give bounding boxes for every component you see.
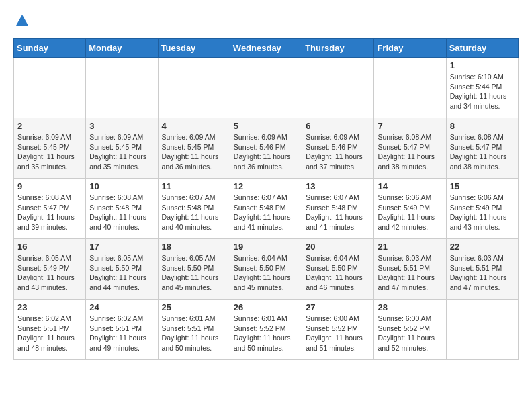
day-number: 5 — [234, 121, 298, 131]
day-info: Sunrise: 6:02 AM Sunset: 5:51 PM Dayligh… — [17, 314, 82, 353]
calendar-cell — [230, 58, 302, 118]
day-number: 23 — [17, 302, 82, 312]
day-info: Sunrise: 6:08 AM Sunset: 5:47 PM Dayligh… — [378, 132, 442, 172]
day-info: Sunrise: 6:06 AM Sunset: 5:49 PM Dayligh… — [450, 193, 515, 232]
day-info: Sunrise: 6:07 AM Sunset: 5:48 PM Dayligh… — [306, 193, 370, 232]
day-number: 12 — [234, 181, 298, 191]
day-info: Sunrise: 6:07 AM Sunset: 5:48 PM Dayligh… — [234, 193, 298, 232]
calendar-cell: 10Sunrise: 6:08 AM Sunset: 5:48 PM Dayli… — [86, 179, 158, 239]
day-number: 8 — [450, 121, 515, 131]
calendar-cell: 1Sunrise: 6:10 AM Sunset: 5:44 PM Daylig… — [446, 58, 518, 118]
day-number: 28 — [378, 302, 442, 312]
calendar-cell: 26Sunrise: 6:01 AM Sunset: 5:52 PM Dayli… — [230, 300, 302, 360]
day-number: 15 — [450, 181, 515, 191]
calendar-cell: 5Sunrise: 6:09 AM Sunset: 5:46 PM Daylig… — [230, 118, 302, 179]
day-number: 16 — [17, 242, 82, 252]
day-info: Sunrise: 6:05 AM Sunset: 5:50 PM Dayligh… — [162, 253, 226, 293]
day-info: Sunrise: 6:09 AM Sunset: 5:45 PM Dayligh… — [89, 132, 154, 172]
day-number: 20 — [306, 242, 370, 252]
calendar-cell: 13Sunrise: 6:07 AM Sunset: 5:48 PM Dayli… — [302, 179, 374, 239]
day-number: 13 — [306, 181, 370, 191]
day-number: 24 — [89, 302, 154, 312]
day-info: Sunrise: 6:04 AM Sunset: 5:50 PM Dayligh… — [234, 253, 298, 293]
calendar-cell: 14Sunrise: 6:06 AM Sunset: 5:49 PM Dayli… — [374, 179, 446, 239]
calendar-week-row: 9Sunrise: 6:08 AM Sunset: 5:47 PM Daylig… — [14, 179, 519, 239]
calendar-cell: 27Sunrise: 6:00 AM Sunset: 5:52 PM Dayli… — [302, 300, 374, 360]
calendar-cell — [86, 58, 158, 118]
calendar-day-header: Friday — [374, 39, 446, 58]
calendar-cell: 12Sunrise: 6:07 AM Sunset: 5:48 PM Dayli… — [230, 179, 302, 239]
day-number: 1 — [450, 60, 515, 71]
day-number: 17 — [89, 242, 154, 252]
day-info: Sunrise: 6:06 AM Sunset: 5:49 PM Dayligh… — [378, 193, 442, 232]
calendar-header-row: SundayMondayTuesdayWednesdayThursdayFrid… — [14, 39, 519, 58]
day-number: 18 — [162, 242, 226, 252]
day-info: Sunrise: 6:10 AM Sunset: 5:44 PM Dayligh… — [450, 72, 515, 111]
calendar-cell: 6Sunrise: 6:09 AM Sunset: 5:46 PM Daylig… — [302, 118, 374, 179]
day-number: 3 — [89, 121, 154, 131]
page-header — [13, 13, 519, 32]
day-number: 2 — [17, 121, 82, 131]
calendar-day-header: Monday — [86, 39, 158, 58]
calendar-cell: 8Sunrise: 6:08 AM Sunset: 5:47 PM Daylig… — [446, 118, 518, 179]
day-number: 6 — [306, 121, 370, 131]
day-info: Sunrise: 6:09 AM Sunset: 5:45 PM Dayligh… — [17, 132, 82, 172]
day-info: Sunrise: 6:00 AM Sunset: 5:52 PM Dayligh… — [378, 314, 442, 353]
day-info: Sunrise: 6:08 AM Sunset: 5:47 PM Dayligh… — [450, 132, 515, 172]
calendar-day-header: Thursday — [302, 39, 374, 58]
calendar-cell: 15Sunrise: 6:06 AM Sunset: 5:49 PM Dayli… — [446, 179, 518, 239]
calendar-cell — [374, 58, 446, 118]
calendar-cell: 21Sunrise: 6:03 AM Sunset: 5:51 PM Dayli… — [374, 239, 446, 300]
svg-marker-0 — [16, 15, 28, 26]
calendar-cell: 3Sunrise: 6:09 AM Sunset: 5:45 PM Daylig… — [86, 118, 158, 179]
day-number: 10 — [89, 181, 154, 191]
calendar-cell: 11Sunrise: 6:07 AM Sunset: 5:48 PM Dayli… — [158, 179, 230, 239]
day-number: 27 — [306, 302, 370, 312]
calendar-cell: 16Sunrise: 6:05 AM Sunset: 5:49 PM Dayli… — [14, 239, 86, 300]
calendar-cell: 23Sunrise: 6:02 AM Sunset: 5:51 PM Dayli… — [14, 300, 86, 360]
calendar-cell: 20Sunrise: 6:04 AM Sunset: 5:50 PM Dayli… — [302, 239, 374, 300]
day-info: Sunrise: 6:05 AM Sunset: 5:50 PM Dayligh… — [89, 253, 154, 293]
day-info: Sunrise: 6:08 AM Sunset: 5:48 PM Dayligh… — [89, 193, 154, 232]
calendar-cell: 19Sunrise: 6:04 AM Sunset: 5:50 PM Dayli… — [230, 239, 302, 300]
day-number: 14 — [378, 181, 442, 191]
day-info: Sunrise: 6:09 AM Sunset: 5:45 PM Dayligh… — [162, 132, 226, 172]
day-info: Sunrise: 6:03 AM Sunset: 5:51 PM Dayligh… — [378, 253, 442, 293]
calendar-week-row: 16Sunrise: 6:05 AM Sunset: 5:49 PM Dayli… — [14, 239, 519, 300]
calendar-cell: 24Sunrise: 6:02 AM Sunset: 5:51 PM Dayli… — [86, 300, 158, 360]
day-number: 21 — [378, 242, 442, 252]
day-info: Sunrise: 6:01 AM Sunset: 5:51 PM Dayligh… — [162, 314, 226, 353]
day-info: Sunrise: 6:08 AM Sunset: 5:47 PM Dayligh… — [17, 193, 82, 232]
day-info: Sunrise: 6:05 AM Sunset: 5:49 PM Dayligh… — [17, 253, 82, 293]
day-number: 25 — [162, 302, 226, 312]
day-number: 26 — [234, 302, 298, 312]
calendar-cell: 2Sunrise: 6:09 AM Sunset: 5:45 PM Daylig… — [14, 118, 86, 179]
calendar-week-row: 1Sunrise: 6:10 AM Sunset: 5:44 PM Daylig… — [14, 58, 519, 118]
day-info: Sunrise: 6:03 AM Sunset: 5:51 PM Dayligh… — [450, 253, 515, 293]
day-info: Sunrise: 6:01 AM Sunset: 5:52 PM Dayligh… — [234, 314, 298, 353]
day-info: Sunrise: 6:02 AM Sunset: 5:51 PM Dayligh… — [89, 314, 154, 353]
calendar-body: 1Sunrise: 6:10 AM Sunset: 5:44 PM Daylig… — [14, 58, 519, 360]
calendar-week-row: 23Sunrise: 6:02 AM Sunset: 5:51 PM Dayli… — [14, 300, 519, 360]
calendar-day-header: Saturday — [446, 39, 518, 58]
calendar-table: SundayMondayTuesdayWednesdayThursdayFrid… — [13, 38, 519, 360]
logo — [13, 13, 30, 32]
calendar-day-header: Tuesday — [158, 39, 230, 58]
calendar-cell: 18Sunrise: 6:05 AM Sunset: 5:50 PM Dayli… — [158, 239, 230, 300]
calendar-cell: 7Sunrise: 6:08 AM Sunset: 5:47 PM Daylig… — [374, 118, 446, 179]
calendar-cell: 17Sunrise: 6:05 AM Sunset: 5:50 PM Dayli… — [86, 239, 158, 300]
calendar-cell: 25Sunrise: 6:01 AM Sunset: 5:51 PM Dayli… — [158, 300, 230, 360]
day-info: Sunrise: 6:09 AM Sunset: 5:46 PM Dayligh… — [234, 132, 298, 172]
day-info: Sunrise: 6:00 AM Sunset: 5:52 PM Dayligh… — [306, 314, 370, 353]
day-info: Sunrise: 6:04 AM Sunset: 5:50 PM Dayligh… — [306, 253, 370, 293]
day-number: 22 — [450, 242, 515, 252]
calendar-day-header: Sunday — [14, 39, 86, 58]
calendar-cell: 4Sunrise: 6:09 AM Sunset: 5:45 PM Daylig… — [158, 118, 230, 179]
day-number: 7 — [378, 121, 442, 131]
calendar-cell — [158, 58, 230, 118]
calendar-day-header: Wednesday — [230, 39, 302, 58]
day-number: 11 — [162, 181, 226, 191]
calendar-cell: 28Sunrise: 6:00 AM Sunset: 5:52 PM Dayli… — [374, 300, 446, 360]
day-number: 9 — [17, 181, 82, 191]
calendar-cell — [302, 58, 374, 118]
